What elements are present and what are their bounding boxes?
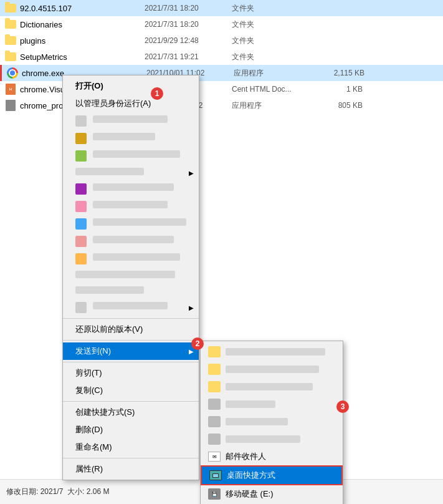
file-row[interactable]: Dictionaries 2021/7/31 18:20 文件夹: [0, 16, 443, 32]
folder-icon: [5, 19, 16, 30]
html-icon: H: [5, 84, 16, 95]
context-menu: 打开(O) 以管理员身份运行(A): [62, 75, 199, 480]
context-menu-item-b4[interactable]: [63, 165, 199, 180]
file-size: 1 KB: [313, 85, 363, 94]
badge-2: 2: [191, 337, 204, 350]
context-menu-item-b6[interactable]: [63, 198, 199, 215]
file-date: 2021/7/31 18:20: [145, 4, 232, 12]
file-type: 文件夹: [232, 19, 313, 30]
submenu-item-s1[interactable]: [201, 343, 343, 361]
folder-icon: [5, 35, 16, 46]
context-menu-item-cut[interactable]: 剪切(T): [63, 364, 199, 382]
file-row[interactable]: plugins 2021/9/29 12:48 文件夹: [0, 32, 443, 49]
context-menu-item-properties[interactable]: 属性(R): [63, 460, 199, 478]
context-menu-item-b9[interactable]: [63, 250, 199, 268]
menu-separator-2: [63, 340, 199, 341]
send-to-submenu: ✉ 邮件收件人 桌面快捷方式 💾 移动硬盘 (E:): [200, 341, 343, 504]
file-type: 应用程序: [232, 100, 313, 111]
submenu-item-s4[interactable]: [201, 395, 343, 413]
submenu-item-desktop-shortcut[interactable]: 桌面快捷方式: [201, 465, 343, 485]
exe-icon: [5, 100, 16, 111]
context-menu-item-b2[interactable]: [63, 130, 199, 147]
context-menu-item-create-shortcut[interactable]: 创建快捷方式(S): [63, 404, 199, 421]
badge-3: 3: [336, 400, 349, 413]
folder-icon: [5, 51, 16, 62]
submenu-item-s3[interactable]: [201, 378, 343, 395]
context-menu-item-delete[interactable]: 删除(D): [63, 421, 199, 439]
file-row[interactable]: SetupMetrics 2021/7/31 19:21 文件夹: [0, 49, 443, 65]
context-menu-item-run-admin[interactable]: 以管理员身份运行(A): [63, 95, 199, 112]
file-name: 92.0.4515.107: [20, 4, 145, 13]
file-type: 应用程序: [234, 68, 315, 79]
context-menu-item-b10[interactable]: [63, 268, 199, 283]
context-menu-item-b5[interactable]: [63, 180, 199, 198]
desktop-shortcut-label: 桌面快捷方式: [227, 470, 275, 481]
folder-icon: [5, 2, 16, 14]
badge-1: 1: [151, 87, 163, 100]
submenu-item-removable-drive[interactable]: 💾 移动硬盘 (E:): [201, 485, 343, 503]
context-menu-item-open[interactable]: 打开(O): [63, 77, 199, 95]
file-size: 2,115 KB: [315, 69, 364, 77]
chrome-icon: [7, 67, 18, 79]
file-size: 805 KB: [313, 101, 363, 110]
context-menu-item-restore[interactable]: 还原以前的版本(V): [63, 321, 199, 338]
file-row[interactable]: 92.0.4515.107 2021/7/31 18:20 文件夹: [0, 0, 443, 16]
submenu-item-s2[interactable]: [201, 361, 343, 378]
file-date: 2021/7/31 19:21: [145, 52, 232, 61]
submenu-item-s6[interactable]: [201, 430, 343, 448]
status-modified: 修改日期: 2021/7: [6, 487, 63, 497]
context-menu-item-send-to[interactable]: 发送到(N): [63, 342, 199, 360]
status-size: 大小: 2.06 M: [67, 487, 109, 497]
context-menu-item-b3[interactable]: [63, 147, 199, 165]
context-menu-item-rename[interactable]: 重命名(M): [63, 439, 199, 456]
context-menu-item-copy[interactable]: 复制(C): [63, 382, 199, 399]
file-type: 文件夹: [232, 3, 313, 14]
file-name: plugins: [20, 36, 145, 46]
menu-separator-3: [63, 362, 199, 362]
file-date: 2021/7/31 18:20: [145, 20, 232, 29]
mail-recipient-label: 邮件收件人: [226, 451, 266, 462]
file-date: 2021/9/29 12:48: [145, 36, 232, 45]
menu-separator-5: [63, 458, 199, 458]
file-type: 文件夹: [232, 36, 313, 46]
file-name: SetupMetrics: [20, 52, 145, 62]
context-menu-item-b8[interactable]: [63, 233, 199, 250]
file-explorer: 92.0.4515.107 2021/7/31 18:20 文件夹 Dictio…: [0, 0, 443, 504]
file-type: Cent HTML Doc...: [232, 85, 313, 94]
menu-separator-1: [63, 318, 199, 319]
context-menu-item-b7[interactable]: [63, 215, 199, 233]
removable-drive-label: 移动硬盘 (E:): [226, 488, 274, 500]
submenu-item-mail-recipient[interactable]: ✉ 邮件收件人: [201, 448, 343, 465]
context-menu-item-b12[interactable]: [63, 299, 199, 316]
desktop-icon: [209, 470, 222, 480]
context-menu-item-b1[interactable]: [63, 112, 199, 130]
context-menu-item-b11[interactable]: [63, 283, 199, 299]
submenu-item-s5[interactable]: [201, 413, 343, 430]
menu-separator-4: [63, 401, 199, 402]
file-type: 文件夹: [232, 52, 313, 62]
file-name: Dictionaries: [20, 20, 145, 29]
